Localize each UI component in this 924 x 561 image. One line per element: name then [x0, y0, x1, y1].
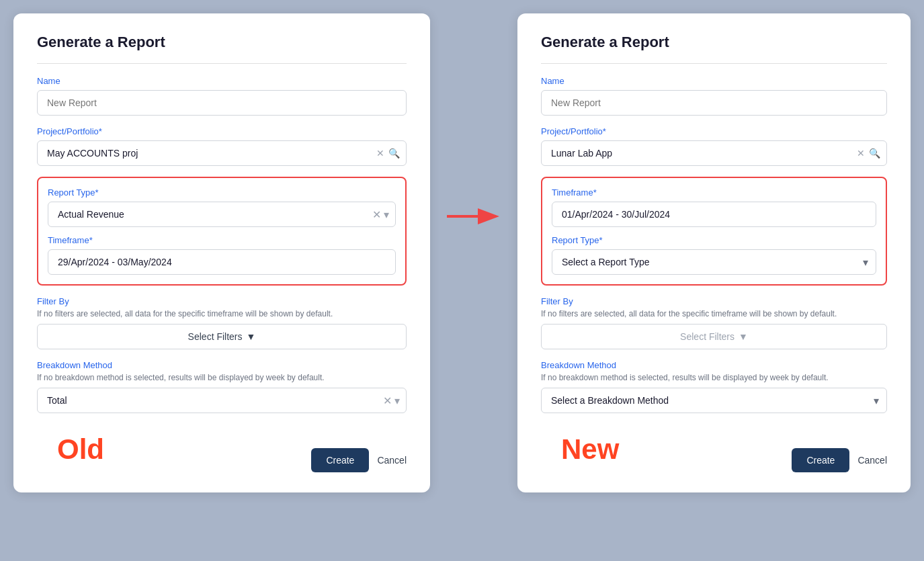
old-filter-description: If no filters are selected, all data for…	[37, 309, 407, 318]
new-filter-button[interactable]: Select Filters ▼	[541, 324, 887, 349]
new-breakdown-select[interactable]: Select a Breakdown Method	[541, 388, 887, 413]
arrow-icon	[444, 202, 504, 231]
old-report-type-select[interactable]: Actual Revenue	[48, 202, 396, 227]
old-project-field: Project/Portfolio* ✕ 🔍	[37, 126, 407, 166]
old-card: Generate a Report Name Project/Portfolio…	[13, 13, 430, 492]
old-name-input[interactable]	[37, 90, 407, 116]
old-timeframe-label: Timeframe*	[48, 235, 396, 245]
new-filter-description: If no filters are selected, all data for…	[541, 309, 887, 318]
new-report-type-select-wrapper: Select a Report Type ▾	[552, 249, 876, 275]
new-card: Generate a Report Name Project/Portfolio…	[517, 13, 911, 492]
old-filter-title: Filter By	[37, 296, 407, 306]
new-card-footer: Create Cancel	[792, 448, 887, 472]
new-create-button[interactable]: Create	[792, 448, 849, 472]
old-report-type-select-wrapper: Actual Revenue ✕ ▾	[48, 202, 396, 227]
main-layout: Generate a Report Name Project/Portfolio…	[13, 13, 911, 548]
new-name-input[interactable]	[541, 90, 887, 116]
old-filter-section: Filter By If no filters are selected, al…	[37, 296, 407, 349]
old-breakdown-select[interactable]: Total	[37, 388, 407, 413]
new-filter-dropdown-icon: ▼	[739, 331, 748, 342]
old-highlight-box: Report Type* Actual Revenue ✕ ▾ Timefram…	[37, 177, 407, 286]
left-panel: Generate a Report Name Project/Portfolio…	[13, 13, 430, 492]
old-timeframe-field: Timeframe*	[48, 235, 396, 275]
new-breakdown-section: Breakdown Method If no breakdown method …	[541, 360, 887, 413]
old-report-type-field: Report Type* Actual Revenue ✕ ▾	[48, 187, 396, 227]
new-report-type-field: Report Type* Select a Report Type ▾	[552, 235, 876, 275]
new-report-type-select[interactable]: Select a Report Type	[552, 249, 876, 275]
clear-icon[interactable]: ✕	[376, 148, 384, 159]
new-filter-section: Filter By If no filters are selected, al…	[541, 296, 887, 349]
old-timeframe-input[interactable]	[48, 249, 396, 275]
new-name-field: Name	[541, 76, 887, 116]
old-card-title: Generate a Report	[37, 34, 407, 51]
right-panel: Generate a Report Name Project/Portfolio…	[517, 13, 911, 492]
old-project-input-wrapper: ✕ 🔍	[37, 140, 407, 166]
new-project-input-wrapper: ✕ 🔍	[541, 140, 887, 166]
new-project-input[interactable]	[541, 140, 887, 166]
new-breakdown-title: Breakdown Method	[541, 360, 887, 370]
old-filter-button-label: Select Filters	[188, 331, 243, 342]
old-project-input[interactable]	[37, 140, 407, 166]
new-report-type-label: Report Type*	[552, 235, 876, 245]
new-project-label: Project/Portfolio*	[541, 126, 887, 136]
search-icon[interactable]: 🔍	[388, 148, 400, 159]
old-breakdown-title: Breakdown Method	[37, 360, 407, 370]
old-name-field: Name	[37, 76, 407, 116]
new-project-field: Project/Portfolio* ✕ 🔍	[541, 126, 887, 166]
new-timeframe-input[interactable]	[552, 202, 876, 227]
new-label: New	[541, 427, 639, 472]
old-name-label: Name	[37, 76, 407, 86]
new-timeframe-field: Timeframe*	[552, 187, 876, 227]
old-report-type-label: Report Type*	[48, 187, 396, 198]
new-filter-title: Filter By	[541, 296, 887, 306]
old-breakdown-description: If no breakdown method is selected, resu…	[37, 373, 407, 382]
new-breakdown-description: If no breakdown method is selected, resu…	[541, 373, 887, 382]
new-project-icons: ✕ 🔍	[857, 148, 880, 159]
new-timeframe-label: Timeframe*	[552, 187, 876, 198]
old-filter-button[interactable]: Select Filters ▼	[37, 324, 407, 349]
new-highlight-box: Timeframe* Report Type* Select a Report …	[541, 177, 887, 286]
new-name-label: Name	[541, 76, 887, 86]
new-card-title: Generate a Report	[541, 34, 887, 51]
old-filter-dropdown-icon: ▼	[247, 331, 256, 342]
new-cancel-button[interactable]: Cancel	[857, 455, 887, 466]
new-clear-icon[interactable]: ✕	[857, 148, 865, 159]
old-label: Old	[37, 427, 124, 472]
old-breakdown-section: Breakdown Method If no breakdown method …	[37, 360, 407, 413]
new-breakdown-select-wrapper: Select a Breakdown Method ▾	[541, 388, 887, 413]
old-project-icons: ✕ 🔍	[376, 148, 400, 159]
new-search-icon[interactable]: 🔍	[869, 148, 880, 159]
arrow-container	[444, 13, 504, 231]
old-project-label: Project/Portfolio*	[37, 126, 407, 136]
old-create-button[interactable]: Create	[311, 448, 369, 472]
new-filter-button-label: Select Filters	[680, 331, 734, 342]
old-cancel-button[interactable]: Cancel	[377, 455, 407, 466]
old-breakdown-select-wrapper: Total ✕ ▾	[37, 388, 407, 413]
old-card-footer: Create Cancel	[311, 448, 407, 472]
